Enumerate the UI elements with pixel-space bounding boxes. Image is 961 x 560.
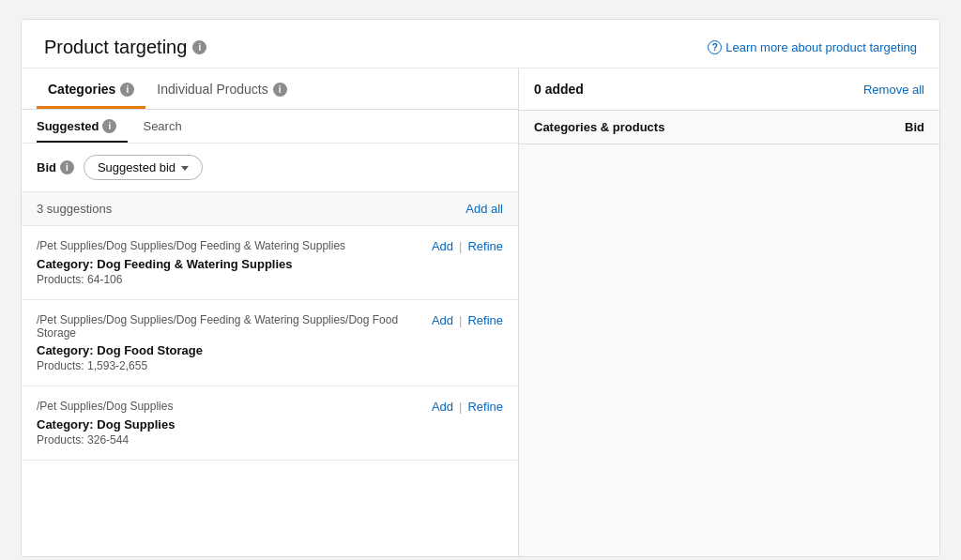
sub-tabs: Suggested i Search (22, 110, 518, 144)
col-bid-header: Bid (905, 120, 924, 134)
sub-tab-suggested-label: Suggested (37, 119, 99, 133)
page-header: Product targeting i ? Learn more about p… (22, 20, 939, 68)
help-link[interactable]: ? Learn more about product targeting (708, 40, 917, 54)
tab-individual-products-info-icon[interactable]: i (273, 83, 287, 97)
page-title-text: Product targeting (44, 37, 187, 58)
sub-tab-suggested-info-icon[interactable]: i (102, 119, 116, 133)
suggestion-item: /Pet Supplies/Dog Supplies/Dog Feeding &… (22, 300, 518, 386)
right-columns: Categories & products Bid (519, 111, 939, 144)
bid-label-text: Bid (37, 160, 56, 174)
bid-row: Bid i Suggested bid (22, 144, 518, 192)
breadcrumb-path: /Pet Supplies/Dog Supplies (37, 400, 422, 413)
main-tabs: Categories i Individual Products i (22, 68, 518, 110)
right-panel: 0 added Remove all Categories & products… (519, 68, 939, 556)
col-categories-header: Categories & products (534, 120, 664, 134)
sub-tab-search-label: Search (143, 119, 181, 133)
suggestion-actions: Add | Refine (432, 239, 503, 253)
suggestion-item: /Pet Supplies/Dog Supplies Add | Refine … (22, 386, 518, 461)
products-count-0: Products: 64-106 (37, 273, 503, 286)
suggestion-top: /Pet Supplies/Dog Supplies/Dog Feeding &… (37, 239, 503, 253)
tab-individual-products[interactable]: Individual Products i (145, 68, 297, 109)
action-divider: | (459, 239, 462, 253)
refine-button-2[interactable]: Refine (467, 400, 503, 414)
products-count-2: Products: 326-544 (37, 433, 503, 446)
refine-button-0[interactable]: Refine (467, 239, 503, 253)
bid-dropdown[interactable]: Suggested bid (84, 155, 203, 180)
right-panel-header: 0 added Remove all (519, 68, 939, 111)
help-link-text: Learn more about product targeting (725, 40, 917, 54)
products-value-0: 64-106 (87, 273, 122, 286)
products-value-1: 1,593-2,655 (87, 359, 147, 372)
tab-individual-products-label: Individual Products (157, 82, 267, 97)
add-button-2[interactable]: Add (432, 400, 453, 414)
tab-categories-label: Categories (48, 82, 115, 97)
bid-info-icon[interactable]: i (60, 160, 74, 174)
add-button-1[interactable]: Add (432, 313, 453, 327)
action-divider: | (459, 313, 462, 327)
added-count: 0 added (534, 82, 584, 97)
remove-all-button[interactable]: Remove all (863, 83, 924, 97)
tab-categories[interactable]: Categories i (37, 68, 145, 109)
breadcrumb-path: /Pet Supplies/Dog Supplies/Dog Feeding &… (37, 313, 422, 340)
category-value-0: Dog Feeding & Watering Supplies (97, 257, 292, 271)
suggestion-top: /Pet Supplies/Dog Supplies/Dog Feeding &… (37, 313, 503, 340)
bid-label: Bid i (37, 160, 74, 174)
left-panel: Categories i Individual Products i Sugge… (22, 68, 519, 556)
category-name-1: Category: Dog Food Storage (37, 343, 503, 357)
suggestions-header: 3 suggestions Add all (22, 192, 518, 226)
page-title: Product targeting i (44, 37, 206, 58)
tab-categories-info-icon[interactable]: i (120, 83, 134, 97)
sub-tab-search[interactable]: Search (143, 110, 192, 143)
suggestions-count: 3 suggestions (37, 202, 112, 216)
refine-button-1[interactable]: Refine (467, 313, 503, 327)
category-value-2: Dog Supplies (97, 417, 175, 431)
suggestion-actions: Add | Refine (432, 313, 503, 327)
chevron-down-icon (181, 166, 189, 171)
action-divider: | (459, 400, 462, 414)
page-title-info-icon[interactable]: i (192, 40, 206, 54)
category-name-0: Category: Dog Feeding & Watering Supplie… (37, 257, 503, 271)
category-name-2: Category: Dog Supplies (37, 417, 503, 431)
category-value-1: Dog Food Storage (97, 343, 203, 357)
add-all-button[interactable]: Add all (465, 202, 503, 216)
sub-tab-suggested[interactable]: Suggested i (37, 110, 128, 143)
suggestion-actions: Add | Refine (432, 400, 503, 414)
products-value-2: 326-544 (87, 433, 129, 446)
suggestion-top: /Pet Supplies/Dog Supplies Add | Refine (37, 400, 503, 414)
products-count-1: Products: 1,593-2,655 (37, 359, 503, 372)
help-circle-icon: ? (708, 40, 722, 54)
breadcrumb-path: /Pet Supplies/Dog Supplies/Dog Feeding &… (37, 239, 422, 252)
main-content: Categories i Individual Products i Sugge… (22, 68, 939, 556)
suggestion-item: /Pet Supplies/Dog Supplies/Dog Feeding &… (22, 226, 518, 300)
add-button-0[interactable]: Add (432, 239, 453, 253)
bid-dropdown-label: Suggested bid (98, 160, 175, 174)
